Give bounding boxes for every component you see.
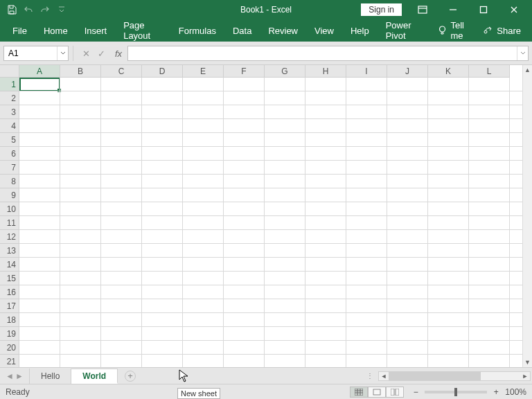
select-all-corner[interactable]	[0, 65, 19, 78]
row-header[interactable]: 9	[0, 188, 19, 202]
titlebar: Book1 - Excel Sign in	[0, 0, 532, 19]
tab-view[interactable]: View	[306, 19, 342, 42]
tab-data[interactable]: Data	[224, 19, 260, 42]
row-header[interactable]: 19	[0, 327, 19, 341]
row-header[interactable]: 5	[0, 133, 19, 147]
row-header[interactable]: 16	[0, 285, 19, 299]
maximize-icon[interactable]	[468, 0, 499, 19]
tab-insert[interactable]: Insert	[76, 19, 116, 42]
row-header[interactable]: 13	[0, 244, 19, 258]
chevron-down-icon[interactable]	[57, 46, 68, 60]
redo-icon[interactable]	[37, 2, 53, 17]
undo-icon[interactable]	[21, 2, 36, 17]
save-icon[interactable]	[4, 2, 19, 17]
sheet-tab-world[interactable]: World	[71, 369, 118, 384]
row-header[interactable]: 4	[0, 119, 19, 133]
hscroll-track[interactable]	[389, 372, 520, 380]
qat-dropdown-icon[interactable]	[54, 2, 69, 17]
tab-home[interactable]: Home	[35, 19, 76, 42]
share-button[interactable]: Share	[476, 26, 528, 36]
svg-point-4	[439, 26, 445, 32]
zoom-out-button[interactable]: −	[411, 387, 420, 397]
column-header[interactable]: E	[183, 65, 224, 78]
separator	[73, 46, 73, 61]
row-header[interactable]: 10	[0, 202, 19, 216]
column-header[interactable]: J	[387, 65, 428, 78]
lightbulb-icon	[438, 26, 447, 35]
scroll-left-icon[interactable]: ◄	[379, 373, 389, 380]
name-box[interactable]: A1	[3, 46, 69, 61]
row-header[interactable]: 18	[0, 313, 19, 327]
sheet-tab-label: World	[82, 371, 106, 381]
row-header[interactable]: 1	[0, 78, 19, 91]
row-header[interactable]: 14	[0, 258, 19, 272]
row-header[interactable]: 6	[0, 147, 19, 161]
new-sheet-button[interactable]: +	[125, 371, 136, 382]
zoom-in-button[interactable]: +	[491, 387, 501, 397]
column-header[interactable]: F	[224, 65, 265, 78]
row-header[interactable]: 2	[0, 91, 19, 105]
tab-power-pivot[interactable]: Power Pivot	[378, 19, 431, 42]
formula-input[interactable]	[127, 46, 529, 61]
row-header[interactable]: 20	[0, 341, 19, 355]
column-header[interactable]: A	[19, 65, 60, 78]
formula-bar: A1 ✕ ✓ fx	[0, 42, 532, 65]
close-icon[interactable]	[499, 0, 529, 19]
tab-help[interactable]: Help	[342, 19, 378, 42]
tab-page-layout[interactable]: Page Layout	[115, 19, 170, 42]
column-header[interactable]: G	[265, 65, 305, 78]
column-header[interactable]: H	[305, 65, 346, 78]
sheet-tab-label: Hello	[41, 371, 60, 381]
column-header[interactable]: D	[142, 65, 183, 78]
zoom-slider[interactable]	[425, 391, 487, 393]
column-header[interactable]: B	[60, 65, 101, 78]
tab-review[interactable]: Review	[260, 19, 306, 42]
page-layout-view-icon[interactable]	[368, 387, 386, 398]
row-header[interactable]: 11	[0, 216, 19, 230]
expand-formula-icon[interactable]	[517, 46, 528, 60]
ribbon-display-options-icon[interactable]	[407, 0, 438, 19]
column-header[interactable]: I	[346, 65, 387, 78]
cancel-formula-icon[interactable]: ✕	[80, 48, 91, 59]
column-header[interactable]: C	[101, 65, 142, 78]
tab-split-handle[interactable]: ⋮	[362, 372, 378, 380]
tell-me-label: Tell me	[451, 20, 470, 41]
row-header[interactable]: 12	[0, 230, 19, 244]
scroll-right-icon[interactable]: ►	[520, 373, 530, 380]
column-header[interactable]: K	[428, 65, 469, 78]
zoom-thumb[interactable]	[454, 388, 457, 396]
accept-formula-icon[interactable]: ✓	[96, 48, 107, 59]
share-label: Share	[497, 26, 521, 36]
minimize-icon[interactable]	[438, 0, 468, 19]
new-sheet-tooltip: New sheet	[177, 388, 220, 399]
tell-me-button[interactable]: Tell me	[431, 20, 477, 41]
row-header[interactable]: 7	[0, 161, 19, 175]
sheet-nav-prev-icon[interactable]: ◄	[6, 371, 14, 381]
svg-rect-12	[391, 389, 394, 396]
horizontal-scrollbar[interactable]: ◄ ►	[378, 371, 531, 381]
sheet-nav-next-icon[interactable]: ►	[15, 371, 24, 381]
row-header[interactable]: 21	[0, 355, 19, 369]
sheet-tab-hello[interactable]: Hello	[29, 369, 71, 384]
svg-rect-11	[373, 389, 380, 395]
scroll-up-icon[interactable]: ▲	[523, 65, 532, 75]
row-header[interactable]: 15	[0, 272, 19, 285]
tab-formulas[interactable]: Formulas	[170, 19, 224, 42]
row-header[interactable]: 8	[0, 175, 19, 188]
tab-file[interactable]: File	[4, 19, 35, 42]
row-header[interactable]: 17	[0, 299, 19, 313]
page-break-view-icon[interactable]	[386, 387, 404, 398]
row-header[interactable]: 3	[0, 105, 19, 119]
row-headers: 123456789101112131415161718192021	[0, 78, 19, 367]
cell-area[interactable]	[19, 78, 522, 367]
svg-point-5	[484, 30, 487, 33]
signin-button[interactable]: Sign in	[361, 3, 402, 16]
fx-label[interactable]: fx	[114, 48, 123, 59]
vertical-scrollbar[interactable]: ▲ ▼	[522, 65, 532, 367]
scroll-down-icon[interactable]: ▼	[523, 357, 532, 367]
worksheet-grid[interactable]: ABCDEFGHIJKL 123456789101112131415161718…	[0, 65, 532, 367]
sheet-nav-arrows[interactable]: ◄ ►	[0, 371, 29, 381]
column-header[interactable]: L	[469, 65, 510, 78]
normal-view-icon[interactable]	[350, 387, 368, 398]
hscroll-thumb[interactable]	[389, 372, 481, 380]
